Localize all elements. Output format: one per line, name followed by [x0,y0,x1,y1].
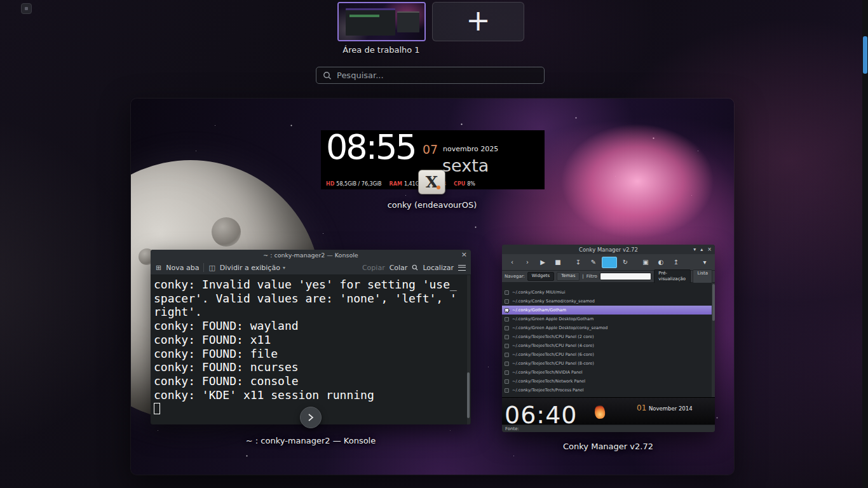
theme-checkbox[interactable] [505,344,509,348]
add-desktop-button[interactable]: + [432,2,524,41]
konsole-window[interactable]: ~ : conky-manager2 — Konsole × ⊞ Nova ab… [151,250,471,424]
theme-list-item[interactable]: ~/.conky/Green Apple Desktop/Gotham [502,315,715,323]
edit-button[interactable]: ✎ [587,257,600,268]
theme-label: ~/.conky/TeejeeTech/NVIDIA Panel [512,370,583,375]
forward-button[interactable]: › [520,257,534,268]
copy-button[interactable]: Copiar [362,264,385,272]
terminal-scrollbar-thumb[interactable] [467,372,470,418]
paste-button[interactable]: Colar [390,264,408,272]
terminal-output: conky: Invalid value 'yes' for setting '… [154,278,468,402]
run-button[interactable]: ▶ [536,257,550,268]
plus-icon: + [466,6,491,35]
new-tab-button[interactable]: Nova aba [166,264,199,272]
theme-checkbox[interactable] [505,299,509,304]
refresh-button[interactable]: ↻ [618,257,632,268]
theme-list-item[interactable]: ~/.conky/TeejeeTech/CPU Panel (2 core) [502,332,715,341]
theme-list-rows: ~/.conky/Conky MIUI/miui ~/.conky/Conky … [502,288,715,395]
minimize-icon[interactable]: ▾ [693,247,696,252]
list-scrollbar[interactable] [712,283,715,397]
theme-label: ~/.conky/TeejeeTech/Process Panel [512,388,584,393]
screen-scrollbar-thumb[interactable] [863,36,867,74]
clock-time: 08:55 [326,128,416,167]
close-icon[interactable]: × [707,247,712,252]
theme-checkbox[interactable] [505,308,509,313]
theme-list-item[interactable]: ~/.conky/Gotham/Gotham [502,306,715,315]
image-button[interactable]: ▣ [639,257,653,268]
split-view-icon: ◫ [208,264,215,272]
show-window-button[interactable] [300,407,322,428]
search-bar[interactable] [316,67,545,84]
theme-checkbox[interactable] [505,326,509,330]
theme-list-item[interactable]: ~/.conky/Conky MIUI/miui [502,288,715,297]
manager-titlebar[interactable]: Conky Manager v2.72 ▾ ▴ × [502,245,715,254]
widgets-button[interactable]: Widgets [527,272,554,280]
conky-manager-window[interactable]: Conky Manager v2.72 ▾ ▴ × ‹ › ▶ ■ ↧ ✎ ↻ … [502,245,715,432]
terminal-line: conky: FOUND: x11 [154,333,468,347]
theme-list[interactable]: ~/.conky/Conky MIUI/miui ~/.conky/Conky … [502,283,715,397]
theme-label: ~/.conky/Conky Seamod/conky_seamod [512,299,595,304]
theme-checkbox[interactable] [505,388,509,393]
chevron-down-icon[interactable]: ▾ [283,265,285,271]
konsole-titlebar[interactable]: ~ : conky-manager2 — Konsole × [151,250,471,261]
stop-button[interactable]: ■ [551,257,565,268]
theme-checkbox[interactable] [505,379,509,384]
terminal-line: right'. [154,305,468,319]
theme-checkbox[interactable] [505,362,509,366]
font-label: Fonte: [505,426,519,431]
more-options-button[interactable]: ▾ [698,257,712,268]
clock-button[interactable]: ◐ [654,257,668,268]
theme-checkbox[interactable] [505,370,509,375]
preview-toggle-button[interactable]: Pré-visualização [654,269,691,283]
desktop-label: Área de trabalho 1 [330,45,433,55]
theme-list-item[interactable]: ~/.conky/Green Apple Desktop/conky_seamo… [502,323,715,332]
list-scrollbar-thumb[interactable] [712,284,715,321]
theme-checkbox[interactable] [505,317,509,322]
filter-input[interactable] [600,273,652,280]
clock-stat: CPU8% [454,181,475,187]
pin-button[interactable]: ↧ [571,257,585,268]
desktop-thumbnail-konsole [346,8,395,36]
preview-time: 06:40 [505,401,578,424]
list-toggle-button[interactable]: Lista [693,269,712,283]
active-tool-button[interactable] [602,257,617,268]
terminal-line: conky: 'KDE' x11 session running [154,388,468,402]
workspace-preview[interactable]: 08:55 07 novembro 2025 sexta HD58,5GiB /… [131,98,734,475]
conky-logo-dot [437,186,440,189]
theme-list-item[interactable]: ~/.conky/TeejeeTech/CPU Panel (6-core) [502,350,715,359]
theme-list-item[interactable]: ~/.conky/TeejeeTech/Network Panel [502,377,715,386]
terminal-line: conky: FOUND: file [154,347,468,361]
close-icon[interactable]: × [461,250,467,259]
terminal-scrollbar[interactable] [467,275,470,424]
clock-day: 07 [423,142,438,156]
theme-checkbox[interactable] [505,335,509,339]
conky-app-icon[interactable]: X [418,170,445,194]
screen-scrollbar[interactable] [862,0,868,488]
browse-label: Navegar: [505,274,525,279]
themes-button[interactable]: Temas [557,272,580,280]
menu-icon[interactable] [458,265,466,271]
theme-list-item[interactable]: ~/.conky/Conky Seamod/conky_seamod [502,297,715,306]
manager-title: Conky Manager v2.72 [502,247,715,253]
split-view-button[interactable]: Dividir a exibição [220,264,280,272]
corner-app-icon[interactable] [21,3,32,14]
theme-checkbox[interactable] [505,290,509,295]
theme-list-item[interactable]: ~/.conky/TeejeeTech/Process Panel [502,386,715,395]
theme-list-item[interactable]: ~/.conky/TeejeeTech/NVIDIA Panel [502,368,715,377]
export-button[interactable]: ↥ [669,257,683,268]
maximize-icon[interactable]: ▴ [700,247,703,252]
filter-label: Filtro [587,274,597,279]
find-button[interactable]: Localizar [423,264,454,272]
clock-stat: HD58,5GiB / 76,3GiB [326,181,382,187]
theme-label: ~/.conky/TeejeeTech/CPU Panel (6-core) [512,352,594,357]
desktop-thumbnail[interactable] [337,2,426,41]
theme-checkbox[interactable] [505,353,509,357]
back-button[interactable]: ‹ [505,257,519,268]
theme-list-item[interactable]: ~/.conky/TeejeeTech/CPU Panel (4-core) [502,341,715,350]
preview-day: 01 [637,403,646,412]
search-input[interactable] [337,71,538,80]
terminal-line: conky: FOUND: ncurses [154,360,468,374]
theme-preview-pane: 06:40 01 November 2014 [502,397,715,424]
theme-list-item[interactable]: ~/.conky/TeejeeTech/CPU Panel (8-core) [502,359,715,368]
filter-separator: | [582,274,583,279]
terminal-area[interactable]: conky: Invalid value 'yes' for setting '… [151,275,471,424]
